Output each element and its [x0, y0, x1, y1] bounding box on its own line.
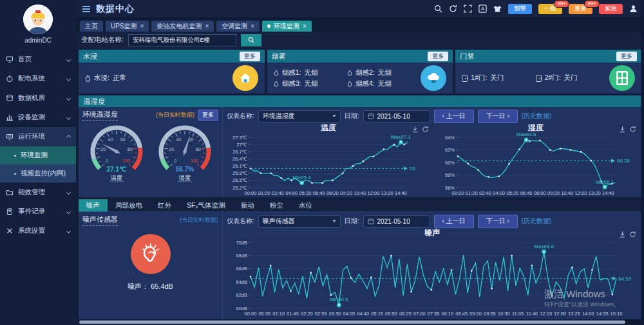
tab-diesel[interactable]: 柴油发电机监测: [151, 21, 214, 32]
sidebar-item-energy-mgmt[interactable]: 能效管理: [0, 182, 76, 202]
avatar[interactable]: [23, 5, 53, 34]
station-search-button[interactable]: [241, 34, 261, 46]
date-input[interactable]: 2021-05-10: [363, 215, 430, 228]
chevron-down-icon: [66, 209, 71, 213]
prev-day-button[interactable]: 上一日: [434, 110, 474, 123]
language-icon[interactable]: A: [478, 5, 487, 13]
station-search-row: 变配电站名称:: [76, 32, 644, 48]
door-1-status: 1#门:关门: [462, 74, 531, 83]
sidebar-item-operating-env[interactable]: 运行环境: [0, 127, 76, 146]
sidebar-item-label: 能效管理: [18, 188, 62, 197]
close-icon[interactable]: [140, 23, 144, 30]
tab-home[interactable]: 主页: [80, 21, 103, 32]
refresh-icon[interactable]: [629, 229, 636, 241]
history-link[interactable]: (历史数据): [522, 217, 552, 226]
menu-toggle-icon[interactable]: [82, 6, 90, 12]
next-day-button[interactable]: 下一日: [478, 215, 518, 228]
svg-text:01:45: 01:45: [287, 311, 299, 317]
history-link[interactable]: (历史数据): [522, 112, 552, 121]
door-label: 1#门:: [471, 74, 487, 83]
noise-reading: 噪声： 65.4dB: [82, 282, 218, 291]
door-label: 2#门:: [545, 74, 561, 83]
svg-text:02:40: 02:40: [272, 190, 284, 196]
refresh-icon[interactable]: [629, 124, 636, 135]
alarm-badge-general[interactable]: 一般99+: [538, 4, 562, 14]
svg-text:13:20: 13:20: [589, 190, 601, 196]
gauge-panel: 环境温湿度 (当日实时数据) 更多 02040608010027.1℃温度 02…: [79, 107, 223, 197]
scrollbar-thumb[interactable]: [79, 320, 625, 324]
sidebar-item-env-monitor[interactable]: 环境监测: [0, 146, 76, 164]
user-icon[interactable]: [629, 5, 638, 13]
alarm-badge-urgent[interactable]: 紧急: [599, 4, 623, 14]
realtime-note: (当日实时数据): [180, 216, 218, 224]
droplet-icon: [347, 70, 352, 76]
cloud-badge-icon: [421, 65, 446, 91]
date-input[interactable]: 2021-05-10: [363, 110, 430, 123]
sidebar-item-home[interactable]: 首页: [0, 50, 76, 69]
humidity-chart-block: 湿度 56%58%60%62%64%00:0001:2002:4004:0005…: [434, 124, 638, 197]
next-day-button[interactable]: 下一日: [478, 110, 518, 123]
tab-label: 环境监测: [274, 22, 299, 31]
theme-skin-icon[interactable]: [493, 5, 502, 13]
tab-water-level[interactable]: 水位: [291, 199, 320, 212]
temperature-chart-block: 温度 25.2℃25.5℃25.8℃26.1℃26.4℃26.7℃27℃27.3…: [227, 124, 430, 197]
sidebar-item-device-monitor[interactable]: 设备监测: [0, 108, 76, 127]
chevron-down-icon: [332, 115, 336, 117]
svg-text:A: A: [481, 6, 485, 12]
refresh-icon[interactable]: [422, 124, 429, 135]
svg-text:40: 40: [176, 137, 181, 142]
app-root: adminDC 首页 配电系统 数据机房 设备监测: [0, 0, 644, 325]
tab-ups[interactable]: UPS监测: [106, 21, 149, 32]
svg-text:08:00: 08:00: [534, 190, 546, 196]
sidebar-item-power-distribution[interactable]: 配电系统: [0, 69, 76, 88]
vertical-scrollbar[interactable]: [641, 0, 644, 325]
tab-infrared[interactable]: 红外: [150, 199, 179, 212]
water-status: 水浸: 正常: [85, 74, 126, 83]
search-icon[interactable]: [434, 5, 442, 13]
download-icon[interactable]: [619, 124, 626, 135]
sidebar-item-data-room[interactable]: 数据机房: [0, 88, 76, 108]
close-icon[interactable]: [251, 23, 254, 30]
tab-sf6-gas[interactable]: SF₆气体监测: [179, 199, 233, 212]
tab-hvac[interactable]: 空调监测: [216, 21, 260, 32]
svg-text:26.1℃: 26.1℃: [232, 163, 247, 169]
alarm-badge-important[interactable]: 重要99+: [569, 4, 592, 14]
horizontal-scrollbar[interactable]: [79, 320, 641, 324]
sidebar-item-system-settings[interactable]: 系统设置: [0, 221, 76, 241]
station-name-input[interactable]: [128, 34, 236, 46]
tab-environment[interactable]: 环境监测: [262, 21, 312, 32]
noise-reading-value: 65.4dB: [151, 282, 173, 290]
sidebar-item-event-log[interactable]: 事件记录: [0, 202, 76, 221]
tab-dust[interactable]: 粉尘: [262, 199, 291, 212]
env-more-button[interactable]: 更多: [198, 110, 218, 121]
prev-day-button[interactable]: 上一日: [434, 215, 474, 228]
door-more-button[interactable]: 更多: [616, 52, 637, 61]
fullscreen-icon[interactable]: [464, 5, 472, 13]
bar-chart-icon: [6, 113, 14, 121]
tab-vibration[interactable]: 振动: [233, 199, 262, 212]
meter-select[interactable]: 环境温湿度: [258, 110, 341, 123]
refresh-icon[interactable]: [449, 5, 457, 13]
realtime-note: (当日实时数据): [156, 111, 194, 119]
download-icon[interactable]: [412, 124, 419, 135]
svg-text:湿度: 湿度: [178, 174, 191, 181]
svg-text:12:15: 12:15: [540, 311, 552, 317]
download-icon[interactable]: [619, 229, 626, 241]
meter-select[interactable]: 噪声传感器: [258, 215, 341, 228]
water-more-button[interactable]: 更多: [240, 52, 260, 61]
close-icon[interactable]: [205, 23, 209, 30]
monitor-signal-icon: [6, 133, 14, 141]
noise-sensor-panel: 噪声传感器 (当日实时数据) 噪声： 65.4dB: [79, 212, 223, 319]
close-icon[interactable]: [303, 23, 307, 30]
tab-noise[interactable]: 噪声: [79, 199, 108, 212]
section-title-temp-humidity: 温湿度: [79, 95, 641, 107]
svg-text:05:20: 05:20: [299, 190, 312, 196]
tab-partial-discharge[interactable]: 局部放电: [108, 199, 150, 212]
humidity-gauge: 02040608010056.7%湿度: [151, 121, 218, 185]
svg-text:27.3℃: 27.3℃: [232, 135, 247, 141]
svg-text:60: 60: [120, 137, 125, 142]
smoke-more-button[interactable]: 更多: [428, 52, 448, 61]
bullet-icon: [14, 173, 16, 175]
sidebar-item-video-monitor[interactable]: 视频监控(内网): [0, 164, 76, 182]
alarm-badge-warning[interactable]: 预警: [508, 4, 532, 14]
